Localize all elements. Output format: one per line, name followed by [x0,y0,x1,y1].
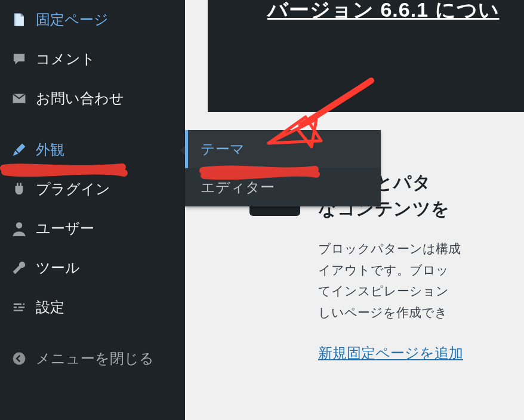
sidebar-label: コメント [36,50,95,69]
plug-icon [8,181,30,197]
collapse-icon [8,351,30,366]
sidebar-item-settings[interactable]: 設定 [0,288,185,327]
sidebar-label: ユーザー [36,219,94,238]
brush-icon [8,142,30,158]
admin-sidebar: 固定ページ コメント お問い合わせ 外観 プラグイン [0,0,185,420]
add-new-page-link[interactable]: 新規固定ページを追加 [318,344,463,363]
sidebar-label: 設定 [36,298,64,317]
sidebar-item-plugins[interactable]: プラグイン [0,169,185,209]
feature-paragraph: ブロックパターンは構成 イアウトです。ブロッ てインスピレーション しいページを… [318,238,524,323]
main-content: バージョン 6.6.1 につい ロックとパタ なコンテンツを ブロックパターンは… [185,0,524,420]
sidebar-label: 固定ページ [36,10,109,29]
welcome-hero: バージョン 6.6.1 につい [208,0,524,112]
svg-point-2 [13,353,26,365]
submenu-label: テーマ [201,140,245,159]
appearance-submenu: テーマ エディター [185,130,381,206]
sidebar-item-appearance[interactable]: 外観 [0,130,185,169]
hero-title: バージョン 6.6.1 につい [267,0,500,24]
sidebar-label: メニューを閉じる [36,349,154,368]
submenu-label: エディター [201,178,275,197]
submenu-item-themes[interactable]: テーマ [185,130,381,168]
user-icon [8,221,30,236]
sidebar-label: プラグイン [36,180,110,199]
sidebar-label: お問い合わせ [36,89,124,108]
svg-point-1 [16,223,22,228]
sidebar-collapse[interactable]: メニューを閉じる [0,339,185,378]
pages-icon [8,12,30,27]
sliders-icon [8,299,30,315]
sidebar-label: 外観 [36,140,64,159]
sidebar-item-comments[interactable]: コメント [0,39,185,79]
sidebar-item-pages[interactable]: 固定ページ [0,0,185,39]
sidebar-item-contact[interactable]: お問い合わせ [0,79,185,118]
sidebar-item-users[interactable]: ユーザー [0,209,185,248]
comment-icon [8,51,30,67]
submenu-item-editor[interactable]: エディター [185,168,381,206]
sidebar-item-tools[interactable]: ツール [0,248,185,288]
wrench-icon [8,260,30,276]
mail-icon [8,91,30,106]
sidebar-label: ツール [36,258,80,277]
